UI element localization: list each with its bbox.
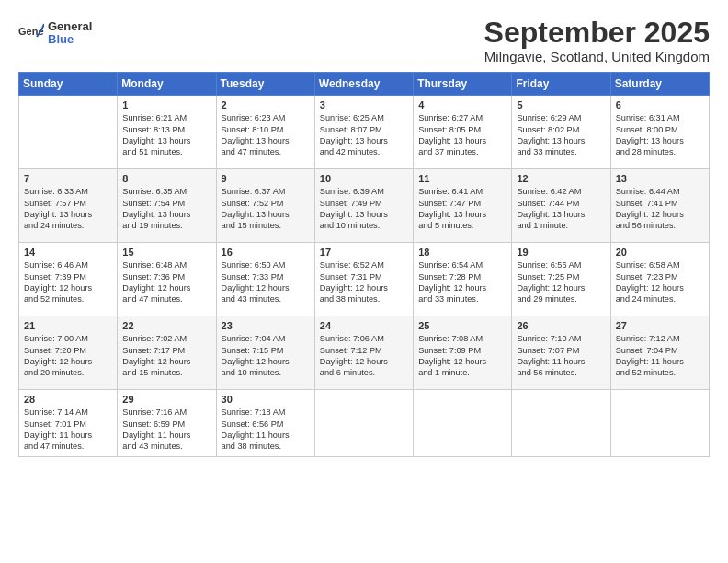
col-saturday: Saturday bbox=[610, 73, 709, 96]
day-number: 23 bbox=[222, 320, 310, 331]
day-number: 17 bbox=[320, 247, 408, 258]
day-number: 26 bbox=[517, 320, 605, 331]
cell-info: Sunrise: 6:58 AM Sunset: 7:23 PM Dayligh… bbox=[616, 259, 704, 305]
cell-info: Sunrise: 6:56 AM Sunset: 7:25 PM Dayligh… bbox=[517, 259, 605, 305]
day-number: 18 bbox=[418, 247, 506, 258]
day-number: 27 bbox=[616, 320, 704, 331]
table-cell: 6Sunrise: 6:31 AM Sunset: 8:00 PM Daylig… bbox=[610, 96, 709, 169]
table-cell: 29Sunrise: 7:16 AM Sunset: 6:59 PM Dayli… bbox=[118, 390, 216, 457]
col-thursday: Thursday bbox=[414, 73, 512, 96]
day-number: 15 bbox=[122, 247, 210, 258]
table-cell: 17Sunrise: 6:52 AM Sunset: 7:31 PM Dayli… bbox=[314, 243, 413, 316]
table-cell: 2Sunrise: 6:23 AM Sunset: 8:10 PM Daylig… bbox=[216, 96, 314, 169]
day-number: 25 bbox=[418, 320, 506, 331]
col-friday: Friday bbox=[512, 73, 610, 96]
col-sunday: Sunday bbox=[19, 73, 118, 96]
cell-info: Sunrise: 6:42 AM Sunset: 7:44 PM Dayligh… bbox=[517, 186, 605, 232]
table-cell: 18Sunrise: 6:54 AM Sunset: 7:28 PM Dayli… bbox=[414, 243, 512, 316]
table-cell: 8Sunrise: 6:35 AM Sunset: 7:54 PM Daylig… bbox=[118, 169, 216, 243]
month-title: September 2025 bbox=[484, 17, 710, 49]
header-row: Sunday Monday Tuesday Wednesday Thursday… bbox=[19, 73, 710, 96]
table-cell: 14Sunrise: 6:46 AM Sunset: 7:39 PM Dayli… bbox=[19, 243, 118, 316]
day-number: 29 bbox=[122, 394, 210, 405]
cell-info: Sunrise: 6:29 AM Sunset: 8:02 PM Dayligh… bbox=[517, 112, 605, 158]
cell-info: Sunrise: 6:23 AM Sunset: 8:10 PM Dayligh… bbox=[222, 112, 310, 158]
table-cell bbox=[19, 96, 118, 169]
table-cell: 28Sunrise: 7:14 AM Sunset: 7:01 PM Dayli… bbox=[19, 390, 118, 457]
day-number: 21 bbox=[24, 320, 112, 331]
logo-icon: General bbox=[18, 20, 44, 46]
table-cell: 27Sunrise: 7:12 AM Sunset: 7:04 PM Dayli… bbox=[610, 316, 709, 390]
logo: General General Blue bbox=[18, 20, 92, 47]
table-cell: 16Sunrise: 6:50 AM Sunset: 7:33 PM Dayli… bbox=[216, 243, 314, 316]
day-number: 8 bbox=[122, 173, 210, 184]
table-cell: 24Sunrise: 7:06 AM Sunset: 7:12 PM Dayli… bbox=[314, 316, 413, 390]
table-cell: 10Sunrise: 6:39 AM Sunset: 7:49 PM Dayli… bbox=[314, 169, 413, 243]
location: Milngavie, Scotland, United Kingdom bbox=[484, 49, 710, 64]
cell-info: Sunrise: 7:18 AM Sunset: 6:56 PM Dayligh… bbox=[222, 407, 310, 453]
day-number: 24 bbox=[320, 320, 408, 331]
table-cell: 15Sunrise: 6:48 AM Sunset: 7:36 PM Dayli… bbox=[118, 243, 216, 316]
table-cell: 12Sunrise: 6:42 AM Sunset: 7:44 PM Dayli… bbox=[512, 169, 610, 243]
cell-info: Sunrise: 6:35 AM Sunset: 7:54 PM Dayligh… bbox=[122, 186, 210, 232]
day-number: 3 bbox=[320, 99, 408, 110]
calendar-table: Sunday Monday Tuesday Wednesday Thursday… bbox=[18, 72, 710, 457]
day-number: 12 bbox=[517, 173, 605, 184]
cell-info: Sunrise: 6:31 AM Sunset: 8:00 PM Dayligh… bbox=[616, 112, 704, 158]
day-number: 28 bbox=[24, 394, 112, 405]
day-number: 7 bbox=[24, 173, 112, 184]
header: General General Blue September 2025 Miln… bbox=[18, 17, 710, 64]
cell-info: Sunrise: 6:50 AM Sunset: 7:33 PM Dayligh… bbox=[222, 259, 310, 305]
day-number: 16 bbox=[222, 247, 310, 258]
cell-info: Sunrise: 7:08 AM Sunset: 7:09 PM Dayligh… bbox=[418, 333, 506, 379]
day-number: 30 bbox=[222, 394, 310, 405]
day-number: 4 bbox=[418, 99, 506, 110]
table-cell: 20Sunrise: 6:58 AM Sunset: 7:23 PM Dayli… bbox=[610, 243, 709, 316]
day-number: 13 bbox=[616, 173, 704, 184]
cell-info: Sunrise: 6:21 AM Sunset: 8:13 PM Dayligh… bbox=[122, 112, 210, 158]
cell-info: Sunrise: 6:46 AM Sunset: 7:39 PM Dayligh… bbox=[24, 259, 112, 305]
table-cell: 5Sunrise: 6:29 AM Sunset: 8:02 PM Daylig… bbox=[512, 96, 610, 169]
day-number: 20 bbox=[616, 247, 704, 258]
table-cell: 23Sunrise: 7:04 AM Sunset: 7:15 PM Dayli… bbox=[216, 316, 314, 390]
day-number: 6 bbox=[616, 99, 704, 110]
table-cell: 9Sunrise: 6:37 AM Sunset: 7:52 PM Daylig… bbox=[216, 169, 314, 243]
title-area: September 2025 Milngavie, Scotland, Unit… bbox=[484, 17, 710, 64]
cell-info: Sunrise: 6:33 AM Sunset: 7:57 PM Dayligh… bbox=[24, 186, 112, 232]
table-cell: 21Sunrise: 7:00 AM Sunset: 7:20 PM Dayli… bbox=[19, 316, 118, 390]
cell-info: Sunrise: 7:00 AM Sunset: 7:20 PM Dayligh… bbox=[24, 333, 112, 379]
day-number: 10 bbox=[320, 173, 408, 184]
cell-info: Sunrise: 7:16 AM Sunset: 6:59 PM Dayligh… bbox=[122, 407, 210, 453]
table-cell: 3Sunrise: 6:25 AM Sunset: 8:07 PM Daylig… bbox=[314, 96, 413, 169]
table-cell: 13Sunrise: 6:44 AM Sunset: 7:41 PM Dayli… bbox=[610, 169, 709, 243]
day-number: 2 bbox=[222, 99, 310, 110]
table-cell bbox=[314, 390, 413, 457]
col-wednesday: Wednesday bbox=[314, 73, 413, 96]
day-number: 14 bbox=[24, 247, 112, 258]
day-number: 19 bbox=[517, 247, 605, 258]
cell-info: Sunrise: 6:27 AM Sunset: 8:05 PM Dayligh… bbox=[418, 112, 506, 158]
logo-text-general: General bbox=[48, 20, 92, 33]
cell-info: Sunrise: 6:41 AM Sunset: 7:47 PM Dayligh… bbox=[418, 186, 506, 232]
cell-info: Sunrise: 6:48 AM Sunset: 7:36 PM Dayligh… bbox=[122, 259, 210, 305]
table-cell bbox=[512, 390, 610, 457]
cell-info: Sunrise: 6:37 AM Sunset: 7:52 PM Dayligh… bbox=[222, 186, 310, 232]
table-cell: 26Sunrise: 7:10 AM Sunset: 7:07 PM Dayli… bbox=[512, 316, 610, 390]
day-number: 9 bbox=[222, 173, 310, 184]
day-number: 5 bbox=[517, 99, 605, 110]
table-cell: 22Sunrise: 7:02 AM Sunset: 7:17 PM Dayli… bbox=[118, 316, 216, 390]
cell-info: Sunrise: 6:52 AM Sunset: 7:31 PM Dayligh… bbox=[320, 259, 408, 305]
col-monday: Monday bbox=[118, 73, 216, 96]
table-cell: 30Sunrise: 7:18 AM Sunset: 6:56 PM Dayli… bbox=[216, 390, 314, 457]
page: General General Blue September 2025 Miln… bbox=[0, 0, 728, 563]
cell-info: Sunrise: 6:39 AM Sunset: 7:49 PM Dayligh… bbox=[320, 186, 408, 232]
cell-info: Sunrise: 7:10 AM Sunset: 7:07 PM Dayligh… bbox=[517, 333, 605, 379]
cell-info: Sunrise: 7:14 AM Sunset: 7:01 PM Dayligh… bbox=[24, 407, 112, 453]
cell-info: Sunrise: 7:04 AM Sunset: 7:15 PM Dayligh… bbox=[222, 333, 310, 379]
cell-info: Sunrise: 6:54 AM Sunset: 7:28 PM Dayligh… bbox=[418, 259, 506, 305]
cell-info: Sunrise: 7:12 AM Sunset: 7:04 PM Dayligh… bbox=[616, 333, 704, 379]
table-cell: 25Sunrise: 7:08 AM Sunset: 7:09 PM Dayli… bbox=[414, 316, 512, 390]
cell-info: Sunrise: 7:06 AM Sunset: 7:12 PM Dayligh… bbox=[320, 333, 408, 379]
day-number: 1 bbox=[122, 99, 210, 110]
table-cell: 19Sunrise: 6:56 AM Sunset: 7:25 PM Dayli… bbox=[512, 243, 610, 316]
